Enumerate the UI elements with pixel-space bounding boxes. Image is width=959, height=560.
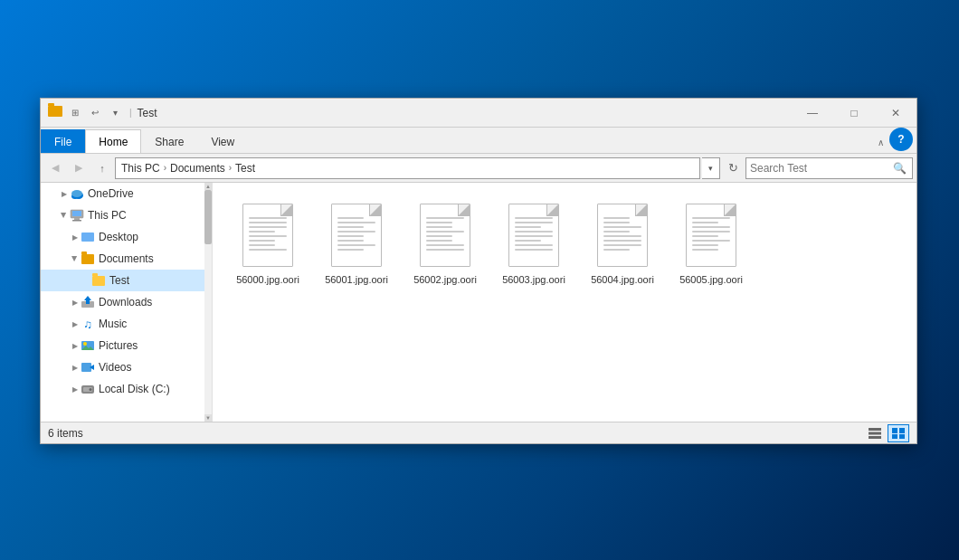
sidebar-label-test: Test <box>109 274 129 287</box>
file-item[interactable]: 56005.jpg.oori <box>670 197 752 289</box>
sidebar-item-local-disk[interactable]: ▶ Local Disk (C:) <box>41 378 212 400</box>
window-controls: — □ ✕ <box>792 99 916 127</box>
file-name: 56000.jpg.oori <box>236 273 299 286</box>
file-item[interactable]: 56003.jpg.oori <box>493 197 574 289</box>
help-button[interactable]: ? <box>889 128 913 151</box>
sidebar-item-videos[interactable]: ▶ Videos <box>41 356 212 378</box>
tab-home[interactable]: Home <box>85 129 141 153</box>
title-bar: ⊞ ↩ ▾ | Test — □ ✕ <box>41 99 916 128</box>
svg-point-10 <box>83 342 87 346</box>
path-label-documents: Documents <box>170 162 225 175</box>
folder-icon <box>48 106 62 117</box>
back-button[interactable]: ◀ <box>44 157 66 179</box>
svg-rect-5 <box>74 218 80 220</box>
svg-rect-4 <box>72 211 81 216</box>
sidebar-label-onedrive: OneDrive <box>88 187 134 200</box>
onedrive-icon <box>70 186 84 201</box>
path-label-test: Test <box>235 162 255 175</box>
close-button[interactable]: ✕ <box>875 99 916 127</box>
file-lines <box>337 217 375 251</box>
test-folder-icon <box>91 273 106 288</box>
file-name: 56003.jpg.oori <box>502 273 565 286</box>
file-lines <box>515 217 553 251</box>
sidebar-item-desktop[interactable]: ▶ Desktop <box>41 226 212 248</box>
svg-point-16 <box>90 388 92 391</box>
path-chevron-2: › <box>229 163 232 173</box>
svg-rect-20 <box>892 428 897 433</box>
path-chevron-1: › <box>164 163 166 173</box>
view-icons-button[interactable] <box>888 424 909 442</box>
maximize-button[interactable]: □ <box>833 99 875 127</box>
files-grid: 56000.jpg.oori 56001.jpg.oori 56002.jpg.… <box>213 183 916 422</box>
file-item[interactable]: 56001.jpg.oori <box>316 197 397 289</box>
ribbon-expand-button[interactable]: ∧ <box>871 133 889 151</box>
search-box[interactable]: 🔍 <box>745 157 913 179</box>
file-icon-large <box>505 201 563 270</box>
sidebar-label-videos: Videos <box>99 361 131 374</box>
file-page <box>508 204 559 267</box>
up-button[interactable]: ↑ <box>91 157 113 179</box>
tab-share[interactable]: Share <box>141 129 197 153</box>
file-lines <box>692 217 730 251</box>
sidebar-label-documents: Documents <box>99 252 154 265</box>
scroll-up-btn[interactable]: ▲ <box>204 183 212 190</box>
file-icon-large <box>416 201 474 270</box>
file-lines <box>603 217 641 251</box>
local-disk-icon <box>81 382 95 396</box>
sidebar-item-onedrive[interactable]: ▶ OneDrive <box>41 183 212 204</box>
scroll-down-btn[interactable]: ▼ <box>204 414 212 422</box>
file-explorer-window: ⊞ ↩ ▾ | Test — □ ✕ File Home Share View … <box>40 98 917 444</box>
file-icon-large <box>593 201 651 270</box>
videos-icon <box>81 360 95 375</box>
file-page <box>242 204 293 267</box>
search-input[interactable] <box>750 162 890 175</box>
tab-view[interactable]: View <box>197 129 248 153</box>
file-item[interactable]: 56004.jpg.oori <box>582 197 663 289</box>
sidebar-label-pictures: Pictures <box>99 339 138 352</box>
svg-rect-6 <box>72 220 81 222</box>
expand-arrow-music: ▶ <box>70 318 81 329</box>
status-bar: 6 items <box>41 422 916 443</box>
address-path[interactable]: This PC › Documents › Test <box>115 157 700 179</box>
sidebar-scrollbar-thumb[interactable] <box>204 190 212 244</box>
sidebar-label-music: Music <box>99 318 127 330</box>
pictures-icon <box>81 338 95 353</box>
sidebar-item-pictures[interactable]: ▶ Pictures <box>41 335 212 356</box>
file-icon-large <box>239 201 297 270</box>
file-view: 56000.jpg.oori 56001.jpg.oori 56002.jpg.… <box>213 183 916 422</box>
search-icon[interactable]: 🔍 <box>890 158 908 178</box>
file-item[interactable]: 56002.jpg.oori <box>404 197 486 289</box>
sidebar-scrollbar[interactable]: ▲ ▼ <box>204 183 212 422</box>
expand-arrow-downloads: ▶ <box>70 297 81 308</box>
quick-access-btn-2[interactable]: ↩ <box>86 104 104 122</box>
svg-rect-22 <box>892 434 897 439</box>
address-dropdown-button[interactable]: ▾ <box>702 157 720 179</box>
sidebar: ▶ OneDrive ▶ <box>41 183 213 422</box>
forward-button[interactable]: ▶ <box>68 157 90 179</box>
sidebar-label-downloads: Downloads <box>99 296 152 308</box>
sidebar-item-thispc[interactable]: ▶ This PC <box>41 204 212 226</box>
sidebar-item-downloads[interactable]: ▶ Downloads <box>41 291 212 313</box>
desktop-icon <box>81 230 95 244</box>
quick-access-dropdown[interactable]: ▾ <box>106 104 124 122</box>
sidebar-item-documents[interactable]: ▶ Documents <box>41 248 212 270</box>
ribbon: File Home Share View ∧ ? <box>41 128 916 154</box>
file-page <box>686 204 736 267</box>
file-icon-large <box>682 201 740 270</box>
quick-access-btn-1[interactable]: ⊞ <box>66 104 84 122</box>
file-item[interactable]: 56000.jpg.oori <box>227 197 309 289</box>
tab-file[interactable]: File <box>41 129 85 153</box>
expand-arrow-videos: ▶ <box>70 362 81 373</box>
view-details-button[interactable] <box>864 424 886 442</box>
window-title: Test <box>134 107 792 119</box>
sidebar-scroll: ▶ OneDrive ▶ <box>41 183 212 422</box>
file-lines <box>426 217 464 251</box>
refresh-button[interactable]: ↻ <box>722 157 744 179</box>
file-lines <box>249 217 287 251</box>
minimize-button[interactable]: — <box>792 99 833 127</box>
sidebar-item-test[interactable]: ▶ Test <box>41 270 212 291</box>
expand-arrow-pictures: ▶ <box>70 340 81 351</box>
svg-rect-23 <box>899 434 905 439</box>
sidebar-label-local-disk: Local Disk (C:) <box>99 383 170 395</box>
sidebar-item-music[interactable]: ▶ ♫ Music <box>41 313 212 335</box>
